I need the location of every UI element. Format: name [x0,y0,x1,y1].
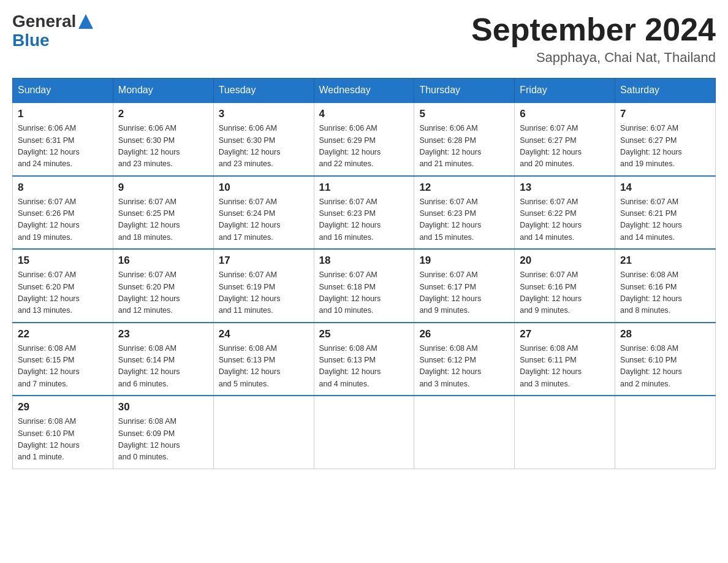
calendar-day-cell: 30Sunrise: 6:08 AMSunset: 6:09 PMDayligh… [113,396,213,469]
calendar-day-cell [615,396,716,469]
day-info: Sunrise: 6:06 AMSunset: 6:29 PMDaylight:… [319,123,409,170]
day-number: 18 [319,255,409,267]
day-number: 23 [118,328,208,340]
day-number: 29 [18,401,108,413]
day-info: Sunrise: 6:07 AMSunset: 6:24 PMDaylight:… [219,196,309,244]
calendar-day-cell: 26Sunrise: 6:08 AMSunset: 6:12 PMDayligh… [414,323,515,396]
day-number: 8 [18,182,108,194]
calendar-title: September 2024 [471,12,716,47]
day-number: 7 [620,108,710,120]
week-row-3: 15Sunrise: 6:07 AMSunset: 6:20 PMDayligh… [13,249,716,323]
day-number: 3 [219,108,309,120]
col-monday: Monday [113,79,213,103]
day-number: 5 [419,108,509,120]
day-info: Sunrise: 6:08 AMSunset: 6:16 PMDaylight:… [620,269,710,317]
calendar-day-cell: 11Sunrise: 6:07 AMSunset: 6:23 PMDayligh… [314,176,414,250]
calendar-day-cell: 10Sunrise: 6:07 AMSunset: 6:24 PMDayligh… [213,176,314,250]
calendar-day-cell: 22Sunrise: 6:08 AMSunset: 6:15 PMDayligh… [13,323,113,396]
day-info: Sunrise: 6:07 AMSunset: 6:22 PMDaylight:… [520,196,610,244]
day-info: Sunrise: 6:08 AMSunset: 6:13 PMDaylight:… [319,343,409,391]
day-info: Sunrise: 6:08 AMSunset: 6:10 PMDaylight:… [620,343,710,391]
day-info: Sunrise: 6:07 AMSunset: 6:16 PMDaylight:… [520,269,610,317]
day-info: Sunrise: 6:07 AMSunset: 6:27 PMDaylight:… [520,123,610,170]
calendar-day-cell: 29Sunrise: 6:08 AMSunset: 6:10 PMDayligh… [13,396,113,469]
calendar-day-cell: 8Sunrise: 6:07 AMSunset: 6:26 PMDaylight… [13,176,113,250]
day-info: Sunrise: 6:07 AMSunset: 6:23 PMDaylight:… [419,196,509,244]
calendar-day-cell: 2Sunrise: 6:06 AMSunset: 6:30 PMDaylight… [113,102,213,176]
day-info: Sunrise: 6:07 AMSunset: 6:18 PMDaylight:… [319,269,409,317]
calendar-day-cell: 21Sunrise: 6:08 AMSunset: 6:16 PMDayligh… [615,249,716,323]
logo-general-text: General [12,12,76,31]
day-info: Sunrise: 6:06 AMSunset: 6:31 PMDaylight:… [18,123,108,170]
col-sunday: Sunday [13,79,113,103]
calendar-day-cell [515,396,615,469]
col-friday: Friday [515,79,615,103]
day-info: Sunrise: 6:08 AMSunset: 6:13 PMDaylight:… [219,343,309,391]
day-info: Sunrise: 6:07 AMSunset: 6:25 PMDaylight:… [118,196,208,244]
calendar-day-cell: 16Sunrise: 6:07 AMSunset: 6:20 PMDayligh… [113,249,213,323]
svg-marker-0 [78,14,93,29]
calendar-day-cell: 12Sunrise: 6:07 AMSunset: 6:23 PMDayligh… [414,176,515,250]
day-number: 30 [118,401,208,413]
day-number: 9 [118,182,208,194]
calendar-day-cell: 4Sunrise: 6:06 AMSunset: 6:29 PMDaylight… [314,102,414,176]
col-tuesday: Tuesday [213,79,314,103]
calendar-day-cell [213,396,314,469]
calendar-day-cell: 20Sunrise: 6:07 AMSunset: 6:16 PMDayligh… [515,249,615,323]
day-number: 19 [419,255,509,267]
day-info: Sunrise: 6:07 AMSunset: 6:27 PMDaylight:… [620,123,710,170]
calendar-day-cell: 17Sunrise: 6:07 AMSunset: 6:19 PMDayligh… [213,249,314,323]
day-info: Sunrise: 6:08 AMSunset: 6:12 PMDaylight:… [419,343,509,391]
calendar-day-cell: 1Sunrise: 6:06 AMSunset: 6:31 PMDaylight… [13,102,113,176]
day-number: 2 [118,108,208,120]
day-number: 4 [319,108,409,120]
logo-blue-text: Blue [12,31,50,50]
logo-triangle-icon [77,13,94,30]
col-saturday: Saturday [615,79,716,103]
day-number: 11 [319,182,409,194]
calendar-day-cell: 13Sunrise: 6:07 AMSunset: 6:22 PMDayligh… [515,176,615,250]
day-info: Sunrise: 6:08 AMSunset: 6:09 PMDaylight:… [118,416,208,464]
calendar-day-cell: 6Sunrise: 6:07 AMSunset: 6:27 PMDaylight… [515,102,615,176]
calendar-day-cell: 23Sunrise: 6:08 AMSunset: 6:14 PMDayligh… [113,323,213,396]
day-number: 6 [520,108,610,120]
day-number: 25 [319,328,409,340]
col-thursday: Thursday [414,79,515,103]
day-info: Sunrise: 6:08 AMSunset: 6:15 PMDaylight:… [18,343,108,391]
calendar-table: Sunday Monday Tuesday Wednesday Thursday… [12,78,716,469]
day-number: 20 [520,255,610,267]
day-info: Sunrise: 6:07 AMSunset: 6:23 PMDaylight:… [319,196,409,244]
day-info: Sunrise: 6:07 AMSunset: 6:19 PMDaylight:… [219,269,309,317]
title-section: September 2024 Sapphaya, Chai Nat, Thail… [471,12,716,66]
calendar-day-cell: 7Sunrise: 6:07 AMSunset: 6:27 PMDaylight… [615,102,716,176]
calendar-day-cell: 14Sunrise: 6:07 AMSunset: 6:21 PMDayligh… [615,176,716,250]
day-number: 10 [219,182,309,194]
week-row-5: 29Sunrise: 6:08 AMSunset: 6:10 PMDayligh… [13,396,716,469]
day-number: 1 [18,108,108,120]
day-number: 22 [18,328,108,340]
calendar-day-cell: 9Sunrise: 6:07 AMSunset: 6:25 PMDaylight… [113,176,213,250]
day-info: Sunrise: 6:07 AMSunset: 6:26 PMDaylight:… [18,196,108,244]
calendar-day-cell: 3Sunrise: 6:06 AMSunset: 6:30 PMDaylight… [213,102,314,176]
calendar-day-cell: 5Sunrise: 6:06 AMSunset: 6:28 PMDaylight… [414,102,515,176]
day-info: Sunrise: 6:07 AMSunset: 6:20 PMDaylight:… [118,269,208,317]
day-info: Sunrise: 6:08 AMSunset: 6:11 PMDaylight:… [520,343,610,391]
col-wednesday: Wednesday [314,79,414,103]
header-row: Sunday Monday Tuesday Wednesday Thursday… [13,79,716,103]
day-number: 17 [219,255,309,267]
day-number: 12 [419,182,509,194]
calendar-day-cell: 25Sunrise: 6:08 AMSunset: 6:13 PMDayligh… [314,323,414,396]
day-number: 16 [118,255,208,267]
calendar-day-cell: 28Sunrise: 6:08 AMSunset: 6:10 PMDayligh… [615,323,716,396]
day-number: 24 [219,328,309,340]
day-info: Sunrise: 6:06 AMSunset: 6:30 PMDaylight:… [118,123,208,170]
calendar-day-cell [314,396,414,469]
page-header: General Blue September 2024 Sapphaya, Ch… [12,12,716,66]
week-row-4: 22Sunrise: 6:08 AMSunset: 6:15 PMDayligh… [13,323,716,396]
day-info: Sunrise: 6:08 AMSunset: 6:10 PMDaylight:… [18,416,108,464]
day-info: Sunrise: 6:06 AMSunset: 6:30 PMDaylight:… [219,123,309,170]
day-info: Sunrise: 6:06 AMSunset: 6:28 PMDaylight:… [419,123,509,170]
day-number: 21 [620,255,710,267]
week-row-1: 1Sunrise: 6:06 AMSunset: 6:31 PMDaylight… [13,102,716,176]
calendar-day-cell: 27Sunrise: 6:08 AMSunset: 6:11 PMDayligh… [515,323,615,396]
